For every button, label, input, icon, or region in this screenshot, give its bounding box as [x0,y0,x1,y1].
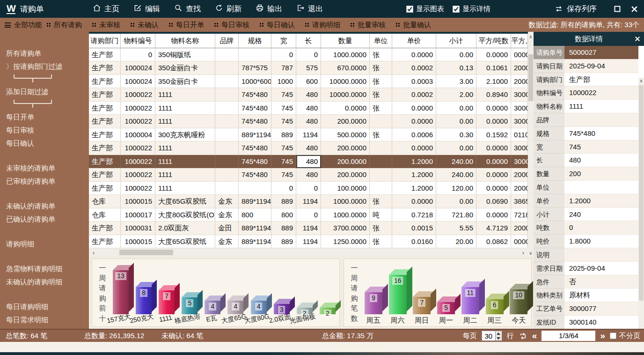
table-cell[interactable]: 2.1000 [476,75,511,88]
table-cell[interactable]: 240.00 [436,155,476,168]
table-cell[interactable] [215,128,239,141]
column-header[interactable]: 请购部门 [89,34,121,48]
column-header[interactable]: 单位 [370,34,392,48]
table-cell[interactable]: 670.0000 [321,61,370,74]
toolbar-item-3[interactable]: 每日开单 [169,21,204,30]
table-cell[interactable]: 745*480 [239,88,271,101]
prev-page-button[interactable]: « [532,331,537,341]
toggle-show-chart[interactable]: 显示图表 [406,5,444,14]
table-cell[interactable]: 480 [296,141,321,155]
table-cell[interactable]: 500.0000 [321,128,370,141]
table-cell[interactable]: 0.0002 [392,88,436,101]
table-cell[interactable]: 生产部 [89,182,121,195]
table-cell[interactable]: 0.30 [436,128,476,141]
table-cell[interactable] [215,115,239,128]
table-cell[interactable]: 1000022 [121,182,155,195]
table-cell[interactable]: 480 [296,115,321,128]
table-cell[interactable]: 0.0000 [476,115,511,128]
table-cell[interactable]: 0110 [511,128,528,141]
toolbar-item-7[interactable]: 批量审核 [351,21,386,30]
sidebar-item-13[interactable]: 已确认的请购单 [0,213,89,226]
scroll-right-icon[interactable]: › [520,249,527,256]
table-cell[interactable]: 889*1194 [239,235,271,248]
next-page-button[interactable]: » [600,331,605,341]
table-cell[interactable] [215,102,239,115]
table-cell[interactable]: 0 [121,48,155,61]
table-row[interactable]: 生产部10000221111745*48074548010000.0000张0.… [89,88,528,101]
toggle-show-detail[interactable]: 显示详情 [453,5,490,14]
table-cell[interactable] [370,115,392,128]
table-cell[interactable]: 3000 [511,88,528,101]
table-cell[interactable]: 0.0000 [392,102,436,115]
table-cell[interactable]: 200.0000 [321,155,370,168]
table-cell[interactable]: 张 [370,195,392,208]
table-cell[interactable]: 1000015 [121,235,155,248]
table-cell[interactable]: 0.00 [436,102,476,115]
table-cell[interactable] [215,155,239,168]
table-cell[interactable]: 1111 [155,141,215,155]
table-cell[interactable]: 800 [271,208,296,222]
sidebar-item-18[interactable]: 未确认的请购明细 [0,275,89,288]
column-header[interactable]: 小计 [436,34,476,48]
table-cell[interactable]: 745*480 [239,155,271,168]
table-cell[interactable]: 1000022 [121,155,155,168]
table-cell[interactable]: 0.00 [436,195,476,208]
sidebar-item-6[interactable]: 每日审核 [0,124,89,137]
maximize-button[interactable] [611,4,623,14]
table-cell[interactable]: 480 [296,102,321,115]
column-header[interactable]: 物料编号 [121,34,155,48]
table-cell[interactable] [215,168,239,181]
checkbox-checked-icon[interactable] [406,6,413,13]
column-header[interactable]: 单价 [392,34,436,48]
table-cell[interactable] [215,61,239,74]
menu-item-home[interactable]: 主页 [93,4,119,14]
toolbar-item-all-functions[interactable]: 全部功能 [5,21,42,30]
table-cell[interactable]: 120.00 [436,182,476,195]
table-row[interactable]: 生产部1000024350金丽白卡1000*600100060010000.00… [89,75,528,88]
table-cell[interactable]: 大度65G双胶纸 [155,195,215,208]
table-cell[interactable]: 787 [271,61,296,74]
table-cell[interactable]: 1000.0000 [321,195,370,208]
table-cell[interactable]: 5.55 [436,222,476,235]
table-cell[interactable]: 4.7129 [476,222,511,235]
table-cell[interactable]: 2000 [511,222,528,235]
table-row[interactable]: 仓库1000017大度80G双胶纸(O)金东80080001000.0000吨0… [89,208,528,222]
table-cell[interactable]: 0.0015 [392,222,436,235]
table-cell[interactable]: 1000004 [121,128,155,141]
table-cell[interactable]: 787*575 [239,61,271,74]
sidebar-item-15[interactable]: 请购明细 [0,237,89,251]
table-cell[interactable]: 金东 [215,235,239,248]
table-cell[interactable]: 1000024 [121,61,155,74]
table-cell[interactable]: 0 [271,182,296,195]
sidebar-item-21[interactable]: 每日需求明细 [0,313,89,326]
table-cell[interactable]: 1111 [155,182,215,195]
table-row[interactable]: 生产部10000221111745*480745480200.00001.200… [89,155,528,168]
save-column-order-button[interactable]: 保存列序 [555,4,597,14]
table-cell[interactable]: 100.0000 [321,182,370,195]
table-cell[interactable]: 0.0002 [392,61,436,74]
table-cell[interactable]: 0.0862 [476,235,511,248]
table-cell[interactable]: 300克东帆哑粉 [155,128,215,141]
table-cell[interactable]: 1.2000 [392,168,436,181]
sidebar-item-0[interactable]: 所有请购单 [0,47,89,60]
table-cell[interactable]: 2000 [511,75,528,88]
table-cell[interactable]: 张 [370,61,392,74]
table-cell[interactable]: 0.00 [436,115,476,128]
table-cell[interactable] [239,182,271,195]
table-cell[interactable]: 0.13 [436,61,476,74]
reload-icon[interactable] [519,332,527,340]
table-cell[interactable]: 0.7218 [392,208,436,222]
table-cell[interactable]: 575 [296,61,321,74]
table-cell[interactable]: 0000 [511,235,528,248]
table-cell[interactable]: 1250.0000 [321,235,370,248]
table-cell[interactable]: 0.8940 [476,88,511,101]
no-paging-toggle[interactable]: 不分页 [610,332,640,340]
table-cell[interactable]: 生产部 [89,235,121,248]
toolbar-item-0[interactable]: 所有请购 [47,21,82,30]
table-cell[interactable]: 大度65G双胶纸 [155,235,215,248]
table-cell[interactable] [370,141,392,155]
table-cell[interactable]: 3000 [511,141,528,155]
table-cell[interactable]: 1111 [155,168,215,181]
table-cell[interactable]: 生产部 [89,88,121,101]
menu-item-exit[interactable]: 退出 [296,4,323,14]
